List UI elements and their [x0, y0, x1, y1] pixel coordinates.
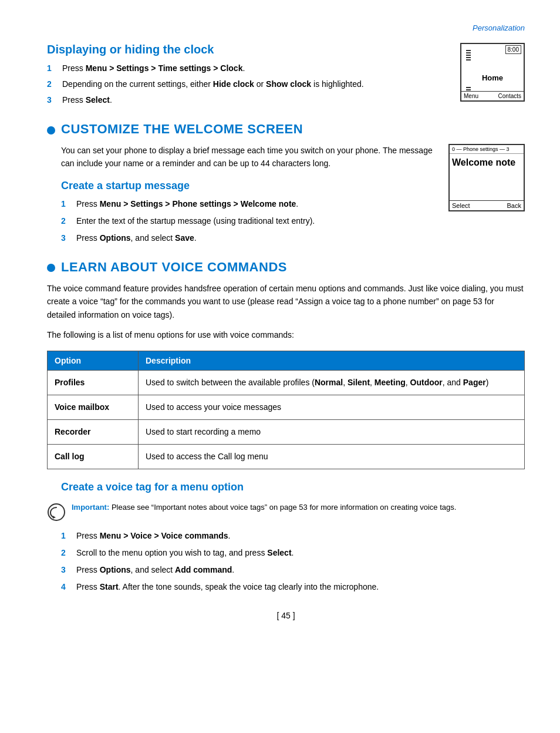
startup-step-2-text: Enter the text of the startup message (u…: [76, 215, 437, 227]
step-num-1: 1: [47, 62, 59, 75]
clock-phone-mockup: 8:00 Home Menu Contacts: [460, 43, 525, 102]
clock-step-1-text: Press Menu > Settings > Time settings > …: [62, 62, 448, 75]
voice-tag-step-4: 4 Press Start. After the tone sounds, sp…: [61, 581, 525, 593]
welcome-note-title: Welcome note: [450, 154, 524, 170]
startup-step-1-text: Press Menu > Settings > Phone settings >…: [76, 198, 437, 210]
table-header-option: Option: [48, 351, 139, 371]
important-note: Important: Please see “Important notes a…: [47, 502, 525, 522]
table-row: Call log Used to access the Call log men…: [48, 445, 525, 469]
table-cell-desc-recorder: Used to start recording a memo: [139, 420, 525, 445]
startup-steps-list: 1 Press Menu > Settings > Phone settings…: [61, 198, 437, 244]
customize-bullet: [47, 126, 55, 135]
table-row: Voice mailbox Used to access your voice …: [48, 395, 525, 420]
voice-section-title: LEARN ABOUT VOICE COMMANDS: [61, 260, 287, 275]
customize-section: CUSTOMIZE THE WELCOME SCREEN You can set…: [47, 122, 525, 249]
welcome-bottom-bar: Select Back: [450, 200, 524, 210]
step-num-2: 2: [47, 78, 59, 90]
customize-section-header: CUSTOMIZE THE WELCOME SCREEN: [47, 122, 525, 137]
page-header: Personalization: [47, 23, 525, 32]
customize-description: You can set your phone to display a brie…: [61, 144, 437, 170]
startup-step-num-1: 1: [61, 198, 73, 210]
table-cell-desc-calllog: Used to access the Call log menu: [139, 445, 525, 469]
customize-content-left: You can set your phone to display a brie…: [47, 144, 448, 249]
page-number: [ 45 ]: [276, 611, 295, 620]
welcome-screen-top: 0 — Phone settings — 3: [450, 145, 524, 154]
important-text-body: Please see “Important notes about voice …: [109, 503, 456, 512]
table-cell-option-voicemail: Voice mailbox: [48, 395, 139, 420]
voice-bullet: [47, 264, 55, 272]
startup-step-3-text: Press Options, and select Save.: [76, 232, 437, 244]
clock-bottom-right: Contacts: [498, 93, 521, 99]
voice-description-2: The following is a list of menu options …: [47, 328, 525, 341]
voice-tag-step-3: 3 Press Options, and select Add command.: [61, 564, 525, 576]
startup-step-num-3: 3: [61, 232, 73, 244]
svg-marker-1: [53, 516, 56, 519]
clock-step-1: 1 Press Menu > Settings > Time settings …: [47, 62, 448, 75]
voice-tag-step-num-4: 4: [61, 581, 73, 593]
table-cell-option-calllog: Call log: [48, 445, 139, 469]
welcome-bottom-right: Back: [507, 202, 521, 209]
customize-section-title: CUSTOMIZE THE WELCOME SCREEN: [61, 122, 303, 137]
clock-steps-list: 1 Press Menu > Settings > Time settings …: [47, 62, 448, 106]
voice-tag-step-num-1: 1: [61, 530, 73, 542]
voice-tag-step-num-3: 3: [61, 564, 73, 576]
startup-message-title: Create a startup message: [61, 180, 437, 192]
clock-phone-screen: 8:00 Home Menu Contacts: [461, 44, 524, 100]
clock-section-title: Displaying or hiding the clock: [47, 43, 448, 56]
voice-tag-step-2: 2 Scroll to the menu option you wish to …: [61, 547, 525, 559]
voice-commands-table: Option Description Profiles Used to swit…: [47, 351, 525, 469]
clock-step-3: 3 Press Select.: [47, 94, 448, 106]
clock-home-label: Home: [464, 73, 521, 82]
welcome-top-label: 0 — Phone settings — 3: [452, 146, 510, 152]
voice-tag-step-1-text: Press Menu > Voice > Voice commands.: [76, 530, 525, 542]
important-label: Important:: [72, 503, 109, 512]
clock-step-2: 2 Depending on the current settings, eit…: [47, 78, 448, 90]
voice-tag-subsection: Create a voice tag for a menu option Imp…: [47, 481, 525, 593]
clock-time-display: 8:00: [505, 45, 521, 54]
table-cell-option-profiles: Profiles: [48, 371, 139, 395]
table-cell-desc-voicemail: Used to access your voice messages: [139, 395, 525, 420]
voice-commands-section: LEARN ABOUT VOICE COMMANDS The voice com…: [47, 260, 525, 594]
welcome-phone-mockup: 0 — Phone settings — 3 Welcome note Sele…: [448, 144, 525, 211]
customize-content-row: You can set your phone to display a brie…: [47, 144, 525, 249]
voice-section-header: LEARN ABOUT VOICE COMMANDS: [47, 260, 525, 275]
clock-bottom-left: Menu: [464, 93, 478, 99]
voice-description-1: The voice command feature provides hands…: [47, 282, 525, 321]
voice-tag-steps-list: 1 Press Menu > Voice > Voice commands. 2…: [61, 530, 525, 593]
welcome-bottom-left: Select: [452, 202, 470, 209]
table-cell-desc-profiles: Used to switch between the available pro…: [139, 371, 525, 395]
important-icon: [47, 503, 66, 522]
voice-tag-step-num-2: 2: [61, 547, 73, 559]
voice-tag-subsection-title: Create a voice tag for a menu option: [61, 481, 525, 493]
startup-step-1: 1 Press Menu > Settings > Phone settings…: [61, 198, 437, 210]
table-cell-option-recorder: Recorder: [48, 420, 139, 445]
startup-step-2: 2 Enter the text of the startup message …: [61, 215, 437, 227]
table-row: Profiles Used to switch between the avai…: [48, 371, 525, 395]
voice-tag-step-4-text: Press Start. After the tone sounds, spea…: [76, 581, 525, 593]
startup-step-3: 3 Press Options, and select Save.: [61, 232, 437, 244]
clock-section: Displaying or hiding the clock 1 Press M…: [47, 43, 525, 110]
page-footer: [ 45 ]: [47, 611, 525, 620]
voice-tag-step-1: 1 Press Menu > Voice > Voice commands.: [61, 530, 525, 542]
clock-section-content: Displaying or hiding the clock 1 Press M…: [47, 43, 460, 110]
step-num-3: 3: [47, 94, 59, 106]
important-text-content: Important: Please see “Important notes a…: [72, 502, 456, 514]
voice-tag-step-3-text: Press Options, and select Add command.: [76, 564, 525, 576]
clock-step-3-text: Press Select.: [62, 94, 448, 106]
startup-step-num-2: 2: [61, 215, 73, 227]
table-header-description: Description: [139, 351, 525, 371]
table-row: Recorder Used to start recording a memo: [48, 420, 525, 445]
clock-step-2-text: Depending on the current settings, eithe…: [62, 78, 448, 90]
chapter-title: Personalization: [473, 23, 525, 32]
voice-tag-step-2-text: Scroll to the menu option you wish to ta…: [76, 547, 525, 559]
